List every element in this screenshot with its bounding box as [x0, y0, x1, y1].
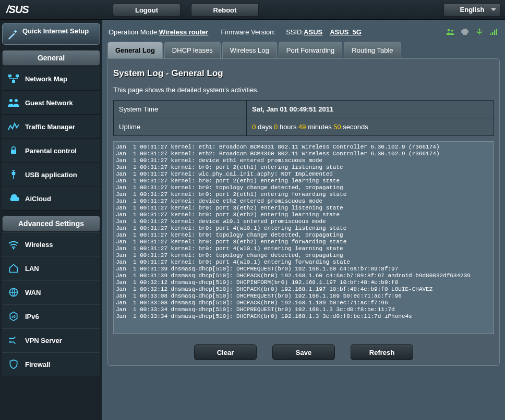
- tab-dhcp-leases[interactable]: DHCP leases: [164, 42, 221, 58]
- sidebar-item-traffic-manager[interactable]: Traffic Manager: [2, 115, 100, 139]
- sidebar-item-label: WAN: [25, 289, 41, 297]
- sidebar-item-label: VPN Server: [25, 337, 62, 344]
- sidebar-item-label: Firewall: [25, 361, 50, 368]
- svg-rect-13: [461, 30, 468, 33]
- sidebar-item-aicloud[interactable]: AiCloud: [2, 187, 100, 211]
- svg-rect-2: [12, 80, 15, 83]
- status-row: Operation Mode: Wireless router Firmware…: [107, 24, 500, 42]
- sidebar-item-label: Guest Network: [25, 99, 73, 107]
- log-textarea[interactable]: [113, 141, 494, 334]
- sidebar-item-parental-control[interactable]: Parental control: [2, 139, 100, 163]
- sidebar-item-label: USB application: [25, 171, 77, 179]
- opmode-link[interactable]: Wireless router: [159, 28, 209, 36]
- ssid2-link[interactable]: ASUS_5G: [330, 28, 362, 36]
- svg-rect-15: [463, 33, 467, 35]
- sidebar-item-label: AiCloud: [25, 195, 51, 203]
- traffic-icon: [6, 120, 21, 133]
- sidebar-item-lan[interactable]: LAN: [2, 256, 100, 280]
- svg-point-9: [9, 338, 11, 339]
- svg-rect-1: [16, 75, 19, 77]
- svg-point-12: [451, 30, 453, 32]
- sidebar: Quick Internet Setup General Network Map…: [0, 20, 102, 420]
- svg-point-4: [15, 99, 18, 102]
- vpn-icon: [6, 334, 21, 347]
- svg-rect-5: [11, 150, 16, 154]
- uptime-label: Uptime: [114, 118, 247, 136]
- ipv6-icon: v6: [6, 310, 21, 323]
- page-desc: This page shows the detailed system's ac…: [113, 86, 494, 94]
- advanced-header: Advanced Settings: [2, 216, 100, 231]
- tab-port-forwarding[interactable]: Port Forwarding: [279, 42, 342, 58]
- tab-general-log[interactable]: General Log: [107, 42, 163, 58]
- fw-label: Firmware Version:: [221, 28, 275, 36]
- cloud-icon: [6, 192, 21, 205]
- reboot-button[interactable]: Reboot: [191, 3, 259, 17]
- refresh-button[interactable]: Refresh: [351, 344, 413, 360]
- page-title: System Log - General Log: [113, 68, 494, 79]
- sidebar-item-ipv6[interactable]: v6 IPv6: [2, 304, 100, 328]
- sidebar-item-usb-application[interactable]: USB application: [2, 163, 100, 187]
- language-label: English: [460, 6, 485, 14]
- opmode-label: Operation Mode:: [109, 28, 159, 36]
- globe-icon: [6, 286, 21, 299]
- svg-rect-17: [492, 32, 493, 35]
- home-icon: [6, 262, 21, 275]
- sidebar-item-label: Parental control: [25, 147, 77, 155]
- lock-icon: [6, 144, 21, 157]
- systime-label: System Time: [114, 101, 247, 118]
- content: Operation Mode: Wireless router Firmware…: [102, 20, 505, 420]
- sidebar-item-label: Traffic Manager: [25, 123, 75, 131]
- chevron-down-icon: [491, 8, 496, 11]
- svg-text:v6: v6: [11, 315, 16, 318]
- logo: /SUS: [4, 4, 102, 16]
- shield-icon: [6, 358, 21, 370]
- tab-wireless-log[interactable]: Wireless Log: [222, 42, 277, 58]
- sidebar-item-guest-network[interactable]: Guest Network: [2, 91, 100, 115]
- svg-point-10: [9, 341, 11, 343]
- svg-rect-19: [496, 29, 497, 35]
- systime-value: Sat, Jan 01 00:49:51 2011: [247, 101, 494, 118]
- usb-icon[interactable]: [475, 27, 484, 36]
- panel: System Log - General Log This page shows…: [107, 58, 500, 366]
- tabs: General Log DHCP leases Wireless Log Por…: [107, 42, 500, 58]
- language-select[interactable]: English: [443, 3, 501, 17]
- wifi-icon: [6, 238, 21, 251]
- quick-internet-setup[interactable]: Quick Internet Setup: [2, 23, 100, 45]
- topbar: /SUS Logout Reboot English: [0, 0, 505, 20]
- ssid1-link[interactable]: ASUS: [304, 28, 322, 36]
- info-table: System Time Sat, Jan 01 00:49:51 2011 Up…: [113, 100, 494, 136]
- signal-icon[interactable]: [489, 27, 499, 36]
- client-icon[interactable]: [446, 27, 455, 36]
- uptime-value: 0 days 0 hours 49 minutes 50 seconds: [247, 118, 494, 136]
- sidebar-item-wan[interactable]: WAN: [2, 280, 100, 304]
- wand-icon: [7, 28, 19, 40]
- sidebar-item-wireless[interactable]: Wireless: [2, 232, 100, 256]
- save-button[interactable]: Save: [272, 344, 335, 360]
- general-header: General: [2, 50, 100, 66]
- plugin-icon: [6, 168, 21, 181]
- ssid-label: SSID:: [286, 28, 304, 36]
- guest-icon: [6, 96, 21, 109]
- network-map-icon: [6, 72, 21, 85]
- sidebar-item-label: LAN: [25, 265, 39, 273]
- logout-button[interactable]: Logout: [113, 3, 181, 17]
- svg-rect-16: [490, 33, 491, 35]
- qis-label: Quick Internet Setup: [22, 28, 89, 35]
- sidebar-item-network-map[interactable]: Network Map: [2, 67, 100, 91]
- sidebar-item-vpn-server[interactable]: VPN Server: [2, 328, 100, 352]
- svg-point-3: [9, 99, 13, 102]
- svg-rect-14: [463, 29, 467, 31]
- sidebar-item-label: IPv6: [25, 313, 39, 320]
- svg-point-11: [448, 29, 450, 32]
- clear-button[interactable]: Clear: [194, 344, 257, 360]
- printer-icon[interactable]: [460, 27, 470, 36]
- svg-point-6: [13, 248, 15, 250]
- sidebar-item-firewall[interactable]: Firewall: [2, 352, 100, 376]
- svg-rect-0: [8, 75, 11, 77]
- svg-rect-18: [494, 30, 495, 35]
- sidebar-item-label: Wireless: [25, 241, 53, 249]
- sidebar-item-label: Network Map: [25, 75, 67, 83]
- tab-routing-table[interactable]: Routing Table: [344, 42, 401, 58]
